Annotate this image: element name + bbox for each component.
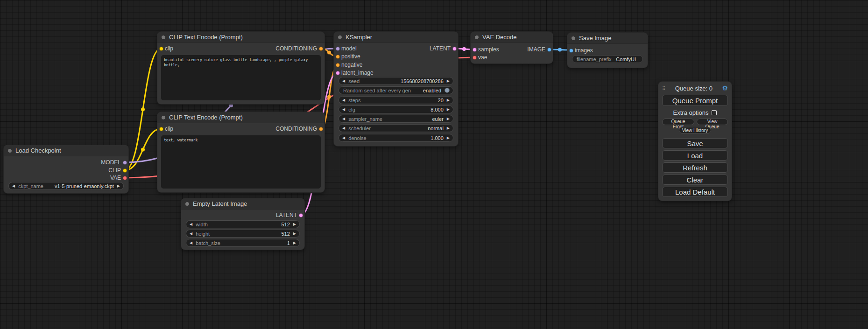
output-slot-model[interactable]	[123, 161, 127, 165]
node-vae-decode[interactable]: VAE Decode samples vae IMAGE	[471, 32, 553, 63]
collapse-dot-icon[interactable]	[161, 35, 166, 40]
decrement-arrow-icon[interactable]: ◀	[12, 184, 15, 188]
increment-arrow-icon[interactable]: ▶	[293, 223, 296, 226]
seed-widget[interactable]: ◀ seed 156680208700286 ▶	[339, 77, 453, 85]
decrement-arrow-icon[interactable]: ◀	[190, 232, 192, 236]
batch-size-widget[interactable]: ◀ batch_size 1 ▶	[186, 239, 300, 247]
increment-arrow-icon[interactable]: ▶	[447, 126, 450, 130]
input-label-model: model	[341, 45, 357, 52]
height-widget[interactable]: ◀ height 512 ▶	[186, 230, 300, 238]
toggle-knob-icon[interactable]	[445, 88, 450, 93]
input-slot-vae[interactable]	[473, 56, 477, 60]
node-title: Save Image	[579, 35, 611, 42]
steps-widget[interactable]: ◀ steps 20 ▶	[339, 96, 453, 104]
output-label-conditioning: CONDITIONING	[275, 125, 317, 133]
queue-size-label: Queue size: 0	[675, 85, 713, 92]
collapse-dot-icon[interactable]	[185, 202, 190, 206]
widget-label: cfg	[348, 107, 355, 112]
node-title-bar[interactable]: Empty Latent Image	[181, 198, 304, 210]
prompt-textarea[interactable]: text, watermark	[161, 135, 321, 189]
decrement-arrow-icon[interactable]: ◀	[342, 117, 345, 121]
decrement-arrow-icon[interactable]: ◀	[190, 223, 192, 226]
decrement-arrow-icon[interactable]: ◀	[342, 98, 345, 102]
node-title: Load Checkpoint	[15, 147, 61, 154]
node-title-bar[interactable]: KSampler	[334, 32, 458, 43]
extra-options-checkbox[interactable]	[712, 110, 717, 115]
load-default-button[interactable]: Load Default	[662, 187, 728, 197]
queue-front-button[interactable]: Queue Front	[662, 119, 694, 125]
node-graph-canvas[interactable]: Load Checkpoint MODEL CLIP VAE ◀ ckpt_na…	[0, 0, 868, 329]
denoise-widget[interactable]: ◀ denoise 1.000 ▶	[339, 134, 453, 142]
increment-arrow-icon[interactable]: ▶	[447, 108, 450, 112]
output-slot-clip[interactable]	[123, 168, 127, 173]
input-label-clip: clip	[165, 45, 173, 52]
settings-gear-icon[interactable]: ⚙	[722, 85, 728, 91]
node-title-bar[interactable]: Load Checkpoint	[4, 145, 128, 156]
increment-arrow-icon[interactable]: ▶	[447, 98, 450, 102]
view-history-button[interactable]: View History	[679, 127, 711, 133]
node-title-bar[interactable]: CLIP Text Encode (Prompt)	[157, 32, 325, 43]
node-title-bar[interactable]: Save Image	[567, 33, 648, 44]
collapse-dot-icon[interactable]	[474, 35, 479, 40]
collapse-dot-icon[interactable]	[338, 35, 342, 40]
input-slot-model[interactable]	[336, 47, 340, 51]
clear-button[interactable]: Clear	[662, 175, 728, 185]
cfg-widget[interactable]: ◀ cfg 8.000 ▶	[339, 105, 453, 113]
output-slot-conditioning[interactable]	[319, 47, 323, 51]
output-slot-conditioning[interactable]	[319, 127, 323, 131]
scheduler-widget[interactable]: ◀ scheduler normal ▶	[339, 124, 453, 132]
width-widget[interactable]: ◀ width 512 ▶	[186, 220, 300, 228]
increment-arrow-icon[interactable]: ▶	[447, 79, 450, 83]
increment-arrow-icon[interactable]: ▶	[447, 117, 450, 121]
input-slot-clip[interactable]	[159, 47, 163, 51]
output-slot-latent[interactable]	[452, 47, 457, 51]
widget-label: filename_prefix	[577, 56, 612, 62]
input-slot-latent-image[interactable]	[336, 71, 340, 75]
view-queue-button[interactable]: View Queue	[697, 119, 728, 125]
sampler-name-widget[interactable]: ◀ sampler_name euler ▶	[339, 115, 453, 123]
decrement-arrow-icon[interactable]: ◀	[342, 79, 345, 83]
save-button[interactable]: Save	[662, 138, 728, 148]
filename-prefix-widget[interactable]: filename_prefix ComfyUI	[572, 55, 643, 63]
load-button[interactable]: Load	[662, 150, 728, 161]
input-slot-samples[interactable]	[473, 48, 477, 52]
output-slot-latent[interactable]	[299, 213, 303, 217]
node-title: CLIP Text Encode (Prompt)	[169, 34, 243, 41]
ckpt-name-widget[interactable]: ◀ ckpt_name v1-5-pruned-emaonly.ckpt ▶	[8, 182, 124, 190]
prompt-textarea[interactable]: beautiful scenery nature glass bottle la…	[161, 55, 321, 100]
input-label-images: images	[575, 47, 593, 54]
decrement-arrow-icon[interactable]: ◀	[342, 136, 345, 140]
widget-value: normal	[374, 126, 444, 131]
decrement-arrow-icon[interactable]: ◀	[190, 241, 192, 245]
drag-handle-icon[interactable]: ⠿	[662, 86, 665, 91]
refresh-button[interactable]: Refresh	[662, 162, 728, 173]
node-title-bar[interactable]: CLIP Text Encode (Prompt)	[157, 112, 325, 123]
increment-arrow-icon[interactable]: ▶	[293, 232, 296, 236]
widget-value: 512	[211, 222, 290, 227]
input-slot-clip[interactable]	[159, 127, 163, 131]
link-midpoint-dot	[141, 148, 145, 152]
collapse-dot-icon[interactable]	[571, 36, 576, 41]
decrement-arrow-icon[interactable]: ◀	[342, 126, 345, 130]
increment-arrow-icon[interactable]: ▶	[447, 136, 450, 140]
input-slot-images[interactable]	[569, 49, 573, 53]
input-slot-negative[interactable]	[336, 63, 340, 67]
increment-arrow-icon[interactable]: ▶	[293, 241, 296, 245]
node-ksampler[interactable]: KSampler model positive negative latent_…	[334, 32, 458, 146]
node-empty-latent-image[interactable]: Empty Latent Image LATENT ◀ width 512 ▶ …	[181, 198, 304, 250]
increment-arrow-icon[interactable]: ▶	[117, 184, 120, 188]
node-clip-text-encode-positive[interactable]: CLIP Text Encode (Prompt) clip CONDITION…	[157, 32, 325, 104]
decrement-arrow-icon[interactable]: ◀	[342, 108, 345, 112]
input-slot-positive[interactable]	[336, 55, 340, 59]
widget-label: seed	[348, 78, 360, 84]
output-slot-image[interactable]	[547, 48, 551, 52]
collapse-dot-icon[interactable]	[7, 148, 12, 153]
node-clip-text-encode-negative[interactable]: CLIP Text Encode (Prompt) clip CONDITION…	[157, 112, 325, 192]
node-title-bar[interactable]: VAE Decode	[471, 32, 553, 43]
output-slot-vae[interactable]	[123, 176, 127, 180]
random-seed-widget[interactable]: Random seed after every gen enabled	[339, 86, 453, 94]
node-load-checkpoint[interactable]: Load Checkpoint MODEL CLIP VAE ◀ ckpt_na…	[4, 145, 128, 193]
collapse-dot-icon[interactable]	[161, 115, 166, 120]
queue-prompt-button[interactable]: Queue Prompt	[662, 95, 728, 106]
node-save-image[interactable]: Save Image images filename_prefix ComfyU…	[567, 33, 648, 68]
